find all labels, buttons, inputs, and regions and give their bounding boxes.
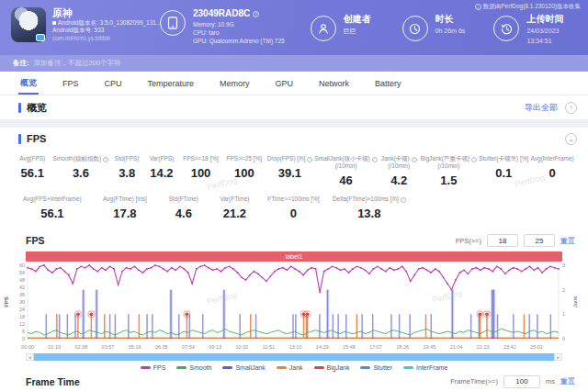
svg-text:12: 12 xyxy=(19,321,25,327)
fps-threshold-input-2[interactable] xyxy=(524,234,555,247)
device-memory: Memory: 10.9G xyxy=(193,20,285,28)
app-version-name: Android版本名: 3.5.0_13082099_131... xyxy=(58,19,161,26)
svg-text:22:23: 22:23 xyxy=(477,344,490,350)
tab-CPU[interactable]: CPU xyxy=(92,72,135,95)
chart-label1-bar[interactable]: label1 xyxy=(26,251,562,262)
legend-InterFrame[interactable]: InterFrame xyxy=(403,364,447,371)
person-icon xyxy=(311,16,336,41)
legend-label: FPS xyxy=(153,364,166,371)
fps-threshold-label: FPS(>=) xyxy=(456,237,481,245)
svg-text:17:07: 17:07 xyxy=(369,344,382,350)
stat-SmallJank(微小卡顿): SmallJank(微小卡顿)i(/10min)46 xyxy=(313,153,378,192)
svg-text:21:04: 21:04 xyxy=(450,344,463,350)
svg-text:15:48: 15:48 xyxy=(343,344,356,350)
svg-text:18: 18 xyxy=(19,314,25,319)
stat-Var(FTime): Var(FTime)21.2 xyxy=(209,194,261,230)
legend-label: Stutter xyxy=(373,364,392,371)
svg-text:2: 2 xyxy=(562,287,565,293)
notice-strip[interactable]: 备注: 添加备注，不超过200个字符 xyxy=(0,55,588,72)
stat-Stutter(卡顿率) [%]: Stutter(卡顿率) [%]0.1 xyxy=(478,153,529,192)
stat-value: 0.1 xyxy=(479,164,528,183)
svg-text:42: 42 xyxy=(19,285,25,290)
legend-Smooth[interactable]: Smooth xyxy=(176,364,211,371)
stat-label: Avg(FPS+InterFrame) xyxy=(14,196,91,203)
stat-value: 21.2 xyxy=(210,205,260,223)
perfdog-report-page: 原神 Android版本名: 3.5.0_13082099_131... And… xyxy=(0,0,588,391)
duration-label: 时长 xyxy=(435,13,466,26)
svg-text:18:26: 18:26 xyxy=(396,344,409,350)
fps-reset-link[interactable]: 重置 xyxy=(560,236,575,246)
stat-info-icon[interactable]: i xyxy=(401,197,406,203)
tab-Battery[interactable]: Battery xyxy=(362,72,414,95)
app-icon xyxy=(11,7,46,42)
stat-value: 3.8 xyxy=(110,164,143,183)
svg-text:09:13: 09:13 xyxy=(209,344,221,350)
tab-Temperature[interactable]: Temperature xyxy=(135,72,208,95)
stat-info-icon[interactable]: i xyxy=(103,157,108,162)
collector-note: i 数据由PerfDog(8.1.230120)版本收集 xyxy=(472,3,581,11)
notice-label: 备注: xyxy=(13,59,29,68)
legend-label: Jank xyxy=(289,364,303,371)
stat-info-icon[interactable]: i xyxy=(372,157,378,162)
stat-info-icon[interactable]: i xyxy=(471,157,477,162)
fps-chart-title: FPS xyxy=(26,235,44,246)
legend-swatch xyxy=(141,366,151,369)
stat-Jank(卡顿): Jank(卡顿)i(/10min)4.2 xyxy=(379,153,420,192)
svg-text:FPS: FPS xyxy=(4,296,9,307)
stat-label: Var(FTime) xyxy=(210,196,260,203)
stat-label: FPS>=18 [%] xyxy=(180,155,221,162)
legend-SmallJank[interactable]: SmallJank xyxy=(222,364,265,371)
legend-FPS[interactable]: FPS xyxy=(141,364,166,371)
device-gpu: GPU: Qualcomm Adreno (TM) 725 xyxy=(193,37,285,45)
legend-swatch xyxy=(360,366,370,369)
tab-FPS[interactable]: FPS xyxy=(50,72,92,95)
app-package: com.miHoYo.ys.bilibili xyxy=(52,34,161,42)
fps-threshold-input-1[interactable] xyxy=(487,234,518,247)
stat-label: Std(FPS) xyxy=(110,155,143,162)
stat-Avg(InterFrame): Avg(InterFrame)0 xyxy=(529,153,575,192)
stat-info-icon[interactable]: i xyxy=(412,157,417,162)
svg-text:60: 60 xyxy=(19,263,25,268)
tab-概览[interactable]: 概览 xyxy=(7,72,50,95)
tab-Network[interactable]: Network xyxy=(306,72,362,95)
device-info-icon[interactable]: i xyxy=(253,11,259,17)
scrollbar-thumb[interactable] xyxy=(34,353,554,361)
export-all-link[interactable]: 导出全部 xyxy=(525,102,558,114)
stat-label-sub: (/10min) xyxy=(379,162,419,170)
phone-icon xyxy=(160,10,186,36)
notice-placeholder: 添加备注，不超过200个字符 xyxy=(34,59,121,68)
scroll-left-icon[interactable]: ◂ xyxy=(26,353,34,361)
collapse-up-icon[interactable]: ↑ xyxy=(565,102,577,114)
creator-label: 创建者 xyxy=(344,13,371,26)
svg-text:05:16: 05:16 xyxy=(129,344,141,350)
app-version-code: Android版本号: 533 xyxy=(52,27,161,34)
legend-Jank[interactable]: Jank xyxy=(277,364,303,371)
stat-value: 17.8 xyxy=(93,205,157,223)
svg-text:03:57: 03:57 xyxy=(102,344,115,350)
scroll-right-icon[interactable]: ▸ xyxy=(554,353,562,361)
chart-scrollbar[interactable]: ◂ ▸ xyxy=(26,353,562,361)
frametime-threshold-input[interactable] xyxy=(503,375,540,388)
report-header: 原神 Android版本名: 3.5.0_13082099_131... And… xyxy=(0,0,588,55)
android-icon xyxy=(52,21,56,25)
collapse-down-icon[interactable]: ⌄ xyxy=(565,133,577,145)
overview-title: 概览 xyxy=(27,101,47,115)
stat-label: FPS>=25 [%] xyxy=(223,155,265,162)
stat-info-icon[interactable]: i xyxy=(307,157,312,162)
legend-label: BigJank xyxy=(327,364,350,371)
frame-time-title: Frame Time xyxy=(26,376,80,387)
stat-Avg(FPS+InterFrame): Avg(FPS+InterFrame)56.1 xyxy=(13,194,92,230)
svg-text:48: 48 xyxy=(19,277,25,283)
stat-Delta(FTime)>100ms [/h]: Delta(FTime)>100ms [/h]i13.8 xyxy=(327,194,412,230)
tab-GPU[interactable]: GPU xyxy=(263,72,307,95)
stat-Std(FPS): Std(FPS)3.8 xyxy=(109,153,144,192)
stat-Avg(FPS): Avg(FPS)56.1 xyxy=(13,153,52,192)
frametime-reset-link[interactable]: 重置 xyxy=(560,376,575,386)
upload-value: 24/03/2023 13:34:51 xyxy=(526,26,579,46)
legend-Stutter[interactable]: Stutter xyxy=(360,364,392,371)
fps-chart[interactable]: 06121824303642485460012300:0001:1902:380… xyxy=(0,262,588,353)
legend-BigJank[interactable]: BigJank xyxy=(314,364,350,371)
stat-label: Var(FPS) xyxy=(145,155,178,162)
stat-value: 56.1 xyxy=(14,164,51,183)
tab-Memory[interactable]: Memory xyxy=(207,72,263,95)
